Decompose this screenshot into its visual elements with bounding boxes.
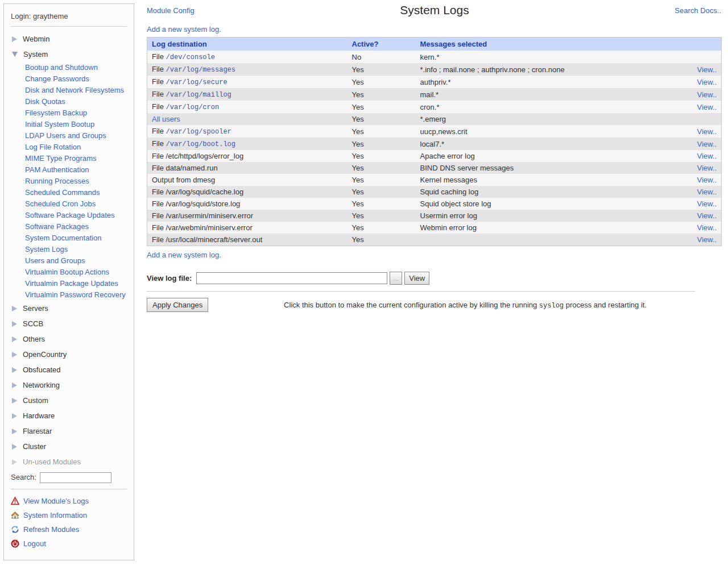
sidebar-category-obsfucated[interactable]: Obsfucated <box>4 362 134 377</box>
log-destination-cell: File /var/log/secure <box>147 76 348 88</box>
log-destination-link[interactable]: /var/log/spooler <box>166 128 231 136</box>
sidebar-category-others[interactable]: Others <box>4 331 134 347</box>
log-destination-cell: File data/named.run <box>147 162 348 174</box>
sidebar-item-change-passwords[interactable]: Change Passwords <box>4 73 134 85</box>
login-label: Login: graytheme <box>4 7 134 22</box>
sidebar-item-mime-type-programs[interactable]: MIME Type Programs <box>4 153 134 164</box>
sidebar-category-networking[interactable]: Networking <box>4 377 134 393</box>
view-log-link[interactable]: View.. <box>697 127 717 136</box>
active-status: Yes <box>348 63 416 76</box>
sidebar-category-servers[interactable]: Servers <box>4 301 134 316</box>
sidebar-category-cluster[interactable]: Cluster <box>4 439 134 454</box>
sidebar-item-virtualmin-password-recovery[interactable]: Virtualmin Password Recovery <box>4 289 134 301</box>
view-log-link[interactable]: View.. <box>697 140 717 148</box>
sidebar-category-hardware[interactable]: Hardware <box>4 408 134 423</box>
search-docs-link[interactable]: Search Docs.. <box>675 6 721 15</box>
messages-selected: mail.* <box>416 88 675 101</box>
view-module-s-logs-link[interactable]: View Module's Logs <box>4 494 134 508</box>
add-system-log-link-top[interactable]: Add a new system log. <box>147 25 221 34</box>
sidebar-item-running-processes[interactable]: Running Processes <box>4 176 134 187</box>
sidebar-item-virtualmin-bootup-actions[interactable]: Virtualmin Bootup Actions <box>4 267 134 278</box>
view-log-link[interactable]: View.. <box>697 164 717 172</box>
view-log-file-label: View log file: <box>147 274 192 282</box>
category-label: Flarestar <box>23 427 52 435</box>
view-cell: View.. <box>675 63 722 76</box>
view-cell: View.. <box>675 101 722 113</box>
apply-changes-description: Click this button to make the current co… <box>208 301 722 310</box>
log-destination-link[interactable]: /var/log/maillog <box>166 91 231 99</box>
log-destination-link[interactable]: /var/log/messages <box>166 66 235 74</box>
category-label: Webmin <box>23 35 49 43</box>
page-title: System Logs <box>147 3 722 17</box>
category-label: OpenCountry <box>23 350 67 359</box>
system-information-link[interactable]: System Information <box>4 508 134 522</box>
log-destination-link[interactable]: /var/log/boot.log <box>166 140 235 148</box>
view-log-link[interactable]: View.. <box>697 199 717 208</box>
log-destination-link[interactable]: All users <box>152 115 180 123</box>
sidebar-category-opencountry[interactable]: OpenCountry <box>4 347 134 362</box>
sidebar-item-pam-authentication[interactable]: PAM Authentication <box>4 164 134 176</box>
sidebar-item-users-and-groups[interactable]: Users and Groups <box>4 255 134 267</box>
active-status: Yes <box>348 101 416 113</box>
view-log-link[interactable]: View.. <box>697 90 717 99</box>
sidebar-item-system-logs[interactable]: System Logs <box>4 244 134 255</box>
sidebar-item-scheduled-commands[interactable]: Scheduled Commands <box>4 187 134 198</box>
log-destination-link[interactable]: /dev/console <box>166 53 215 61</box>
log-destination-cell: File /var/log/squid/store.log <box>147 198 348 210</box>
active-status: Yes <box>348 222 416 234</box>
view-log-link[interactable]: View.. <box>697 78 717 86</box>
chevron-right-icon <box>12 413 17 419</box>
sidebar-category-custom[interactable]: Custom <box>4 393 134 408</box>
view-log-link[interactable]: View.. <box>697 152 717 160</box>
destination-text: File /var/log/squid/cache.log <box>152 188 243 196</box>
apply-changes-button[interactable]: Apply Changes <box>147 298 208 312</box>
search-input[interactable] <box>40 472 111 483</box>
sidebar-item-initial-system-bootup[interactable]: Initial System Bootup <box>4 119 134 130</box>
sidebar-category-un-used-modules[interactable]: Un-used Modules <box>4 454 134 469</box>
browse-button[interactable]: ... <box>390 272 402 285</box>
view-cell: View.. <box>675 174 722 186</box>
sidebar-item-bootup-and-shutdown[interactable]: Bootup and Shutdown <box>4 62 134 73</box>
sidebar-item-virtualmin-package-updates[interactable]: Virtualmin Package Updates <box>4 278 134 289</box>
sidebar-category-sccb[interactable]: SCCB <box>4 316 134 331</box>
view-log-link[interactable]: View.. <box>697 176 717 184</box>
sidebar-item-scheduled-cron-jobs[interactable]: Scheduled Cron Jobs <box>4 198 134 210</box>
messages-selected: Apache error log <box>416 150 675 162</box>
view-log-link[interactable]: View.. <box>697 235 717 244</box>
sidebar-item-ldap-users-and-groups[interactable]: LDAP Users and Groups <box>4 130 134 142</box>
view-log-link[interactable]: View.. <box>697 188 717 196</box>
refresh-modules-link[interactable]: Refresh Modules <box>4 522 134 537</box>
sidebar-item-software-package-updates[interactable]: Software Package Updates <box>4 210 134 221</box>
log-destination-link[interactable]: /var/log/secure <box>166 78 228 86</box>
view-button[interactable]: View <box>404 272 429 285</box>
logout-link[interactable]: Logout <box>4 537 134 551</box>
sidebar-category-flarestar[interactable]: Flarestar <box>4 423 134 439</box>
add-system-log-link-bottom[interactable]: Add a new system log. <box>147 251 221 259</box>
log-destination-cell: File /var/log/squid/cache.log <box>147 186 348 198</box>
sidebar-item-filesystem-backup[interactable]: Filesystem Backup <box>4 107 134 119</box>
destination-text: File <box>152 127 166 135</box>
sidebar-item-system-documentation[interactable]: System Documentation <box>4 232 134 244</box>
column-header-view <box>675 38 722 51</box>
view-log-file-input[interactable] <box>196 272 387 284</box>
log-destination-link[interactable]: /var/log/cron <box>166 103 220 111</box>
apply-desc-text: process and restarting it. <box>564 301 647 309</box>
category-label: Cluster <box>23 442 46 451</box>
sidebar-category-webmin[interactable]: Webmin <box>4 31 134 47</box>
chevron-right-icon <box>12 306 17 311</box>
sidebar-item-software-packages[interactable]: Software Packages <box>4 221 134 232</box>
sidebar-item-disk-quotas[interactable]: Disk Quotas <box>4 96 134 107</box>
sidebar-category-system[interactable]: System <box>4 47 134 62</box>
messages-selected: BIND DNS server messages <box>416 162 675 174</box>
view-log-link[interactable]: View.. <box>697 211 717 220</box>
view-log-link[interactable]: View.. <box>697 223 717 232</box>
destination-text: File <box>152 52 166 61</box>
view-cell: View.. <box>675 88 722 101</box>
category-label: Custom <box>23 396 48 405</box>
view-log-link[interactable]: View.. <box>697 103 717 111</box>
table-row: File /dev/consoleNokern.* <box>147 51 722 63</box>
sidebar-item-disk-and-network-filesystems[interactable]: Disk and Network Filesystems <box>4 85 134 96</box>
view-log-link[interactable]: View.. <box>697 65 717 74</box>
sidebar-item-log-file-rotation[interactable]: Log File Rotation <box>4 142 134 153</box>
table-row: File /var/log/messagesYes*.info ; mail.n… <box>147 63 722 76</box>
